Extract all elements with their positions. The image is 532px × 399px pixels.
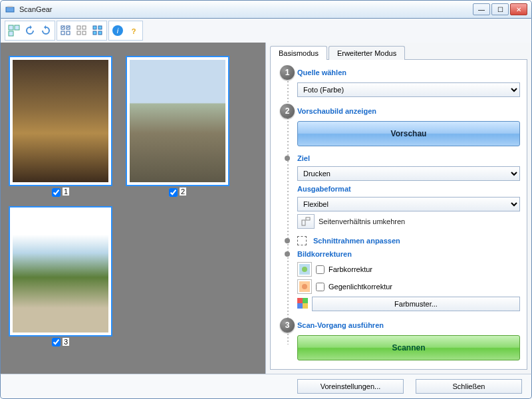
corrections-label: Bildkorrekturen xyxy=(297,249,520,259)
svg-rect-10 xyxy=(82,26,86,29)
crop-frame-icon xyxy=(297,236,307,245)
thumbnail-index: 3 xyxy=(63,338,69,346)
output-format-label: Ausgabeformat xyxy=(297,184,520,194)
target-label: Ziel xyxy=(297,153,520,164)
close-window-button[interactable]: Schließen xyxy=(416,379,522,394)
backlight-correction-checkbox[interactable] xyxy=(316,283,325,291)
bottom-bar: Voreinstellungen... Schließen xyxy=(0,374,532,399)
svg-rect-4 xyxy=(9,31,13,36)
svg-rect-28 xyxy=(297,303,303,309)
svg-rect-11 xyxy=(77,31,80,35)
info-icon[interactable]: i xyxy=(110,22,126,39)
thumbnail-checkbox[interactable] xyxy=(169,188,178,197)
svg-rect-2 xyxy=(9,25,13,30)
svg-rect-0 xyxy=(6,7,14,12)
thumbnail-checkbox[interactable] xyxy=(52,188,61,197)
svg-rect-13 xyxy=(93,26,96,29)
color-correction-checkbox[interactable] xyxy=(316,265,325,274)
rotate-right-icon[interactable] xyxy=(38,22,54,39)
backlight-correction-label: Gegenlichtkorrektur xyxy=(329,283,392,291)
svg-rect-15 xyxy=(93,31,96,35)
svg-rect-27 xyxy=(303,298,308,303)
source-select[interactable]: Foto (Farbe) xyxy=(297,82,520,97)
aspect-ratio-swap-icon[interactable] xyxy=(297,214,315,229)
thumbnail-image xyxy=(130,60,225,182)
preview-pane: 1 2 3 xyxy=(1,43,265,374)
tab-label: Erweiterter Modus xyxy=(337,49,396,57)
app-icon xyxy=(5,4,15,15)
svg-rect-12 xyxy=(82,31,86,35)
backlight-correction-icon xyxy=(297,279,312,294)
select-all-frames-icon[interactable] xyxy=(90,22,106,39)
svg-rect-1 xyxy=(7,6,13,7)
thumbnail-image xyxy=(13,210,108,332)
preferences-button[interactable]: Voreinstellungen... xyxy=(297,379,404,394)
step1-title: Quelle wählen xyxy=(297,67,520,78)
svg-rect-16 xyxy=(98,31,102,35)
step-badge-3: 3 xyxy=(280,318,295,332)
scan-button[interactable]: Scannen xyxy=(297,335,520,360)
thumbnail-view-icon[interactable] xyxy=(6,22,22,39)
aspect-ratio-label: Seitenverhältnis umkehren xyxy=(319,216,520,227)
color-correction-label: Farbkorrektur xyxy=(329,265,372,273)
tab-advanced[interactable]: Erweiterter Modus xyxy=(329,46,405,60)
select-all-checked-icon[interactable] xyxy=(58,22,74,39)
svg-rect-26 xyxy=(297,298,303,303)
settings-panel: Basismodus Erweiterter Modus 1Quelle wäh… xyxy=(265,43,531,374)
svg-rect-8 xyxy=(66,31,70,35)
close-button[interactable]: ✕ xyxy=(510,3,527,15)
titlebar: ScanGear — ☐ ✕ xyxy=(0,0,532,19)
step2-title: Vorschaubild anzeigen xyxy=(297,106,520,116)
tab-label: Basismodus xyxy=(279,49,319,57)
rotate-left-icon[interactable] xyxy=(22,22,38,39)
preview-button[interactable]: Vorschau xyxy=(297,121,520,146)
help-icon[interactable]: ? xyxy=(126,22,142,39)
svg-rect-9 xyxy=(77,26,80,29)
maximize-button[interactable]: ☐ xyxy=(491,3,509,15)
target-select[interactable]: Drucken xyxy=(297,166,520,181)
svg-point-23 xyxy=(302,267,307,272)
thumbnail[interactable]: 2 xyxy=(126,56,229,197)
crop-frame-label[interactable]: Schnittrahmen anpassen xyxy=(313,235,520,246)
svg-rect-7 xyxy=(61,31,65,35)
thumbnail[interactable]: 1 xyxy=(9,56,112,197)
svg-rect-20 xyxy=(302,220,305,225)
step-badge-1: 1 xyxy=(280,65,295,80)
svg-point-25 xyxy=(302,284,307,289)
output-format-select[interactable]: Flexibel xyxy=(297,197,520,211)
svg-rect-21 xyxy=(306,217,310,220)
svg-rect-14 xyxy=(98,26,102,29)
tab-basic[interactable]: Basismodus xyxy=(270,46,327,60)
select-none-icon[interactable] xyxy=(74,22,90,39)
window-title: ScanGear xyxy=(19,5,473,13)
color-pattern-button[interactable]: Farbmuster... xyxy=(312,297,520,311)
thumbnail[interactable]: 3 xyxy=(9,206,112,347)
svg-rect-3 xyxy=(15,25,19,30)
color-correction-icon xyxy=(297,262,312,277)
color-pattern-icon xyxy=(297,298,308,310)
thumbnail-index: 2 xyxy=(180,188,186,196)
minimize-button[interactable]: — xyxy=(473,3,490,15)
thumbnail-image xyxy=(13,60,108,182)
toolbar: i ? xyxy=(0,19,532,43)
thumbnail-checkbox[interactable] xyxy=(52,338,61,346)
thumbnail-index: 1 xyxy=(63,188,69,196)
svg-text:?: ? xyxy=(132,27,136,35)
svg-rect-29 xyxy=(303,303,308,309)
step3-title: Scan-Vorgang ausführen xyxy=(297,320,520,331)
step-badge-2: 2 xyxy=(280,104,295,118)
